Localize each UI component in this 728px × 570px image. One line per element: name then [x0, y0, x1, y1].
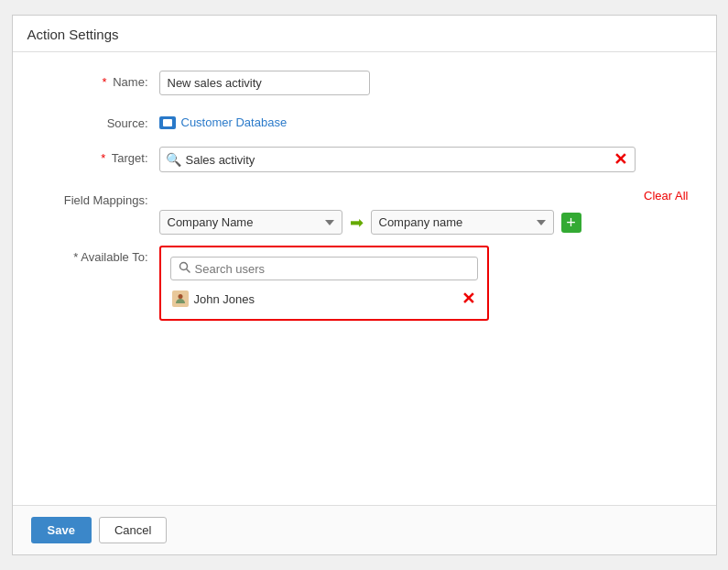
- target-row: * Target: 🔍 Sales activity ✕: [40, 147, 689, 172]
- dialog-header: Action Settings: [13, 16, 716, 52]
- available-to-required: *: [73, 250, 78, 264]
- user-remove-icon: ✕: [462, 290, 475, 307]
- user-item: John Jones ✕: [170, 288, 478, 310]
- name-row: * Name:: [40, 71, 689, 95]
- mapping-row: Company Name Contact Name Email Phone ➡ …: [159, 210, 689, 235]
- source-text: Customer Database: [181, 115, 288, 129]
- search-users-icon: [179, 261, 190, 276]
- target-label: * Target:: [40, 147, 159, 165]
- available-to-row: * Available To:: [40, 246, 689, 321]
- user-remove-button[interactable]: ✕: [462, 291, 476, 306]
- available-to-label: * Available To:: [40, 246, 159, 264]
- svg-line-1: [186, 269, 190, 273]
- dialog-title: Action Settings: [27, 27, 119, 42]
- save-button[interactable]: Save: [31, 517, 92, 543]
- dialog-footer: Save Cancel: [13, 505, 716, 554]
- target-clear-button[interactable]: ✕: [613, 151, 629, 168]
- target-search-icon: 🔍: [166, 152, 181, 167]
- dialog-body: * Name: Source: Customer Database *: [13, 52, 716, 505]
- user-name: John Jones: [194, 292, 456, 306]
- plus-icon: +: [566, 214, 576, 231]
- search-users-input[interactable]: [195, 262, 470, 276]
- field-mappings-label: Field Mappings:: [40, 189, 159, 207]
- name-label: * Name:: [40, 71, 159, 89]
- source-row: Source: Customer Database: [40, 112, 689, 130]
- name-control: [159, 71, 689, 95]
- action-settings-dialog: Action Settings * Name: Source: Customer…: [12, 15, 717, 555]
- svg-point-2: [178, 294, 182, 299]
- search-users-container: [170, 257, 478, 280]
- add-mapping-button[interactable]: +: [561, 213, 581, 233]
- clear-all-button[interactable]: Clear All: [644, 189, 688, 203]
- field-mappings-header: Clear All: [159, 189, 689, 203]
- source-link[interactable]: Customer Database: [159, 112, 689, 129]
- name-input[interactable]: [159, 71, 370, 95]
- source-label: Source:: [40, 112, 159, 130]
- name-required: *: [103, 75, 107, 89]
- target-control: 🔍 Sales activity ✕: [159, 147, 689, 172]
- mapping-left-select[interactable]: Company Name Contact Name Email Phone: [159, 210, 342, 235]
- mapping-right-select[interactable]: Company name Contact name Email address …: [371, 210, 554, 235]
- source-control: Customer Database: [159, 112, 689, 129]
- database-icon: [159, 116, 176, 129]
- field-mappings-row: Field Mappings: Clear All Company Name C…: [40, 189, 689, 235]
- target-value: Sales activity: [186, 153, 613, 167]
- field-mappings-content: Clear All Company Name Contact Name Emai…: [159, 189, 689, 235]
- target-required: *: [101, 151, 105, 165]
- user-avatar: [172, 290, 189, 307]
- available-to-box: John Jones ✕: [159, 246, 489, 321]
- mapping-arrow-icon: ➡: [350, 213, 364, 233]
- target-container: 🔍 Sales activity ✕: [159, 147, 636, 172]
- cancel-button[interactable]: Cancel: [99, 517, 167, 543]
- target-clear-icon: ✕: [614, 151, 627, 168]
